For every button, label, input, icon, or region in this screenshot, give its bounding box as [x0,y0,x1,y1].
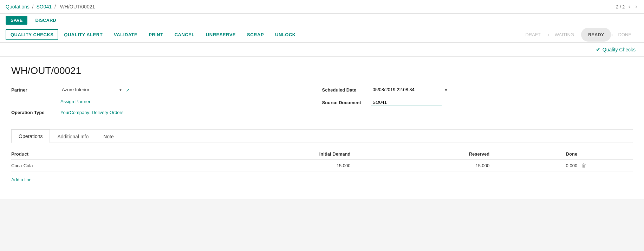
validate-button[interactable]: VALIDATE [108,28,143,42]
source-document-label: Source Document [322,100,371,105]
operation-type-row: Operation Type YourCompany: Delivery Ord… [11,110,308,115]
source-document-input[interactable] [371,99,442,106]
partner-external-link-icon[interactable]: ↗ [126,87,130,93]
form-right-section: Scheduled Date ▼ Source Document [322,86,633,121]
col-initial-demand: Initial Demand [156,149,355,160]
status-done: DONE [611,28,638,42]
cell-delete[interactable]: 🗑 [581,160,633,171]
scheduled-date-row: Scheduled Date ▼ [322,86,619,93]
breadcrumb-quotations[interactable]: Quotations [6,4,30,10]
record-title: WH/OUT/00021 [11,65,633,76]
cancel-button[interactable]: CANCEL [169,28,200,42]
table-row: Coca-Cola 15.000 15.000 0.000 🗑 [11,160,633,171]
tabs-wrapper: Operations Additional Info Note Product … [11,129,633,191]
scheduled-date-input[interactable] [371,86,442,93]
breadcrumb: Quotations / SO041 / WH/OUT/00021 [6,4,96,10]
action-buttons-group: QUALITY CHECKS QUALITY ALERT VALIDATE PR… [6,27,301,42]
top-bar: Quotations / SO041 / WH/OUT/00021 2 / 2 … [0,0,644,14]
quality-checks-badge-label: Quality Checks [603,47,636,52]
scheduled-date-select-wrapper [371,86,442,93]
operation-type-label: Operation Type [11,110,60,115]
scheduled-date-wrapper: ▼ [371,86,619,93]
tabs: Operations Additional Info Note [11,130,633,143]
form-grid: Partner Azure Interior ▼ ↗ Assign Partne… [11,86,633,121]
quality-check-badge[interactable]: ✔ Quality Checks [596,46,636,53]
unreserve-button[interactable]: UNRESERVE [200,28,241,42]
partner-select[interactable]: Azure Interior [60,86,124,93]
breadcrumb-so041[interactable]: SO041 [36,4,52,10]
quality-alert-button[interactable]: QUALITY ALERT [58,28,108,42]
add-line-link[interactable]: Add a line [11,174,32,185]
cell-reserved: 15.000 [355,160,494,171]
col-product: Product [11,149,156,160]
scheduled-date-dropdown-icon: ▼ [444,87,449,93]
col-reserved: Reserved [355,149,494,160]
tab-note[interactable]: Note [96,130,121,143]
unlock-button[interactable]: UNLOCK [269,28,301,42]
action-bar: QUALITY CHECKS QUALITY ALERT VALIDATE PR… [0,27,644,43]
partner-select-wrapper: Azure Interior ▼ [60,86,124,93]
discard-button[interactable]: DISCARD [30,16,61,25]
save-button[interactable]: SAVE [6,16,27,25]
col-actions [581,149,633,160]
form-left-section: Partner Azure Interior ▼ ↗ Assign Partne… [11,86,322,121]
status-bar: DRAFT WAITING READY DONE [518,28,638,42]
save-discard-bar: SAVE DISCARD [0,14,644,27]
quality-checks-button[interactable]: QUALITY CHECKS [6,29,58,40]
cell-done: 0.000 [494,160,581,171]
status-waiting: WAITING [548,28,581,42]
delete-row-icon[interactable]: 🗑 [581,163,586,168]
tab-additional-info[interactable]: Additional Info [50,130,96,143]
assign-partner-link[interactable]: Assign Partner [60,99,90,104]
table-header: Product Initial Demand Reserved Done [11,149,633,160]
partner-input-wrapper: Azure Interior ▼ ↗ [60,86,308,93]
scrap-button[interactable]: SCRAP [241,28,269,42]
cell-product: Coca-Cola [11,160,156,171]
main-content: WH/OUT/00021 Partner Azure Interior ▼ ↗ [0,57,644,199]
tab-operations[interactable]: Operations [11,130,50,143]
partner-row: Partner Azure Interior ▼ ↗ [11,86,308,93]
col-done: Done [494,149,581,160]
partner-label: Partner [11,87,60,93]
pagination-prev[interactable]: ‹ [627,3,631,11]
scheduled-date-label: Scheduled Date [322,87,371,93]
pagination-display: 2 / 2 [616,4,625,10]
assign-partner-row: Assign Partner [11,99,308,104]
breadcrumb-current: WH/OUT/00021 [60,4,95,10]
print-button[interactable]: PRINT [143,28,169,42]
operation-type-value[interactable]: YourCompany: Delivery Orders [60,110,123,115]
table-body: Coca-Cola 15.000 15.000 0.000 🗑 [11,160,633,171]
operations-table: Product Initial Demand Reserved Done Coc… [11,149,633,171]
source-document-row: Source Document [322,99,619,106]
status-draft: DRAFT [518,28,547,42]
status-ready: READY [581,28,611,42]
cell-initial-demand: 15.000 [156,160,355,171]
pagination: 2 / 2 ‹ › [616,3,638,11]
operations-table-section: Product Initial Demand Reserved Done Coc… [11,143,633,191]
quality-checks-notice: ✔ Quality Checks [0,43,644,57]
checkmark-icon: ✔ [596,46,600,53]
pagination-next[interactable]: › [634,3,638,11]
